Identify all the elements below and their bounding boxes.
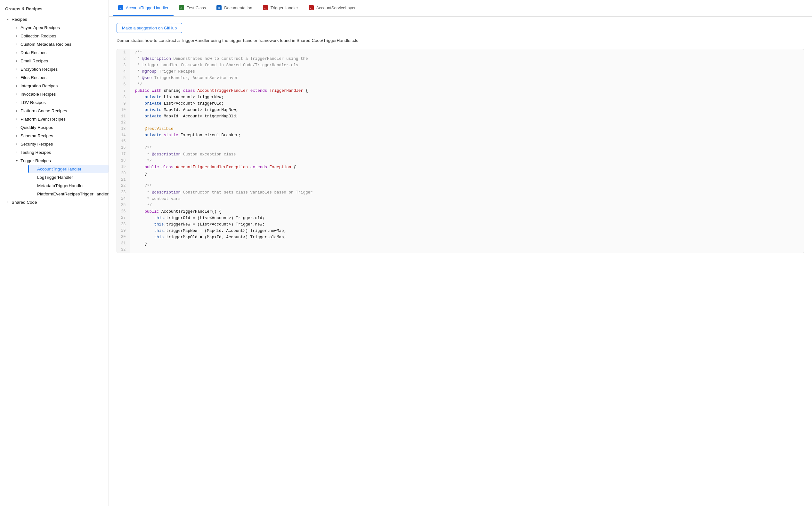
sidebar-item-shared-code[interactable]: Shared Code [0,198,109,206]
table-row: 16 /** [117,145,804,151]
table-row: 25 */ [117,202,804,208]
chevron-shared-code-icon [5,199,10,205]
sidebar-label-recipes: Recipes [11,17,27,22]
sidebar-item-async-apex[interactable]: Async Apex Recipes [11,23,109,32]
table-row: 14 private static Exception circuitBreak… [117,132,804,139]
chevron-invocable-icon [14,91,19,97]
svg-text:>_: >_ [264,7,267,10]
sidebar-item-encryption[interactable]: Encryption Recipes [11,65,109,73]
chevron-custom-metadata-icon [14,41,19,47]
table-row: 23 * @description Constructor that sets … [117,189,804,196]
chevron-testing-icon [14,150,19,155]
sidebar-item-account-trigger-handler[interactable]: AccountTriggerHandler [28,165,109,173]
table-row: 32 [117,247,804,253]
trigger-handler-icon: >_ [263,5,268,11]
tab-documentation[interactable]: ≡ Documentation [211,0,257,16]
tab-documentation-label: Documentation [224,5,252,10]
sidebar-trigger-children: AccountTriggerHandler LogTriggerHandler … [11,165,109,198]
table-row: 31 } [117,241,804,247]
apex-icon: >_ [118,5,124,11]
sidebar-item-custom-metadata[interactable]: Custom Metadata Recipes [11,40,109,48]
sidebar-item-testing[interactable]: Testing Recipes [11,148,109,156]
tab-bar: >_ AccountTriggerHandler ✓ Test Class ≡ … [109,0,812,17]
svg-text:>_: >_ [119,7,123,10]
table-row: 4 * @group Trigger Recipes [117,69,804,75]
sidebar-item-trigger[interactable]: Trigger Recipes [11,156,109,165]
sidebar-item-platform-cache[interactable]: Platform Cache Recipes [11,106,109,115]
code-container: 1/** 2 * @description Demonstrates how t… [117,49,804,253]
sidebar-item-ldv[interactable]: LDV Recipes [11,98,109,106]
sidebar-item-quiddity[interactable]: Quiddity Recipes [11,123,109,132]
chevron-security-icon [14,141,19,147]
table-row: 24 * context vars [117,196,804,202]
table-row: 30 this.triggerMapOld = (Map<Id, Account… [117,234,804,241]
table-row: 27 this.triggerOld = (List<Account>) Tri… [117,215,804,221]
code-table: 1/** 2 * @description Demonstrates how t… [117,49,804,253]
tab-test-class-label: Test Class [187,5,206,10]
table-row: 28 this.triggerNew = (List<Account>) Tri… [117,221,804,228]
table-row: 8 private List<Account> triggerNew; [117,94,804,100]
table-row: 5 * @see TriggerHandler, AccountServiceL… [117,75,804,81]
table-row: 15 [117,139,804,145]
sidebar-item-platform-event[interactable]: Platform Event Recipes [11,115,109,123]
chevron-platform-event-icon [14,116,19,121]
table-row: 26 public AccountTriggerHandler() { [117,208,804,215]
table-row: 21 [117,177,804,183]
check-icon: ✓ [179,5,185,11]
table-row: 12 [117,119,804,126]
chevron-quiddity-icon [14,125,19,130]
table-row: 2 * @description Demonstrates how to con… [117,56,804,62]
table-row: 6 */ [117,81,804,88]
table-row: 7public with sharing class AccountTrigge… [117,88,804,94]
sidebar-item-platform-event-trigger-handler[interactable]: PlatformEventRecipesTriggerHandler [28,190,109,198]
table-row: 20 } [117,170,804,177]
sidebar-item-data[interactable]: Data Recipes [11,48,109,57]
table-row: 10 private Map<Id, Account> triggerMapNe… [117,107,804,113]
chevron-schema-icon [14,133,19,138]
table-row: 18 */ [117,158,804,164]
sidebar-item-recipes[interactable]: Recipes [0,15,109,23]
table-row: 1/** [117,49,804,56]
sidebar-item-security[interactable]: Security Recipes [11,140,109,148]
chevron-platform-cache-icon [14,108,19,113]
account-service-layer-icon: >_ [308,5,314,11]
sidebar-item-metadata-trigger-handler[interactable]: MetadataTriggerHandler [28,181,109,190]
tab-account-service-layer[interactable]: >_ AccountServiceLayer [303,0,361,16]
sidebar: Groups & Recipes Recipes Async Apex Reci… [0,0,109,506]
chevron-data-icon [14,50,19,55]
main-panel: >_ AccountTriggerHandler ✓ Test Class ≡ … [109,0,812,506]
chevron-integration-icon [14,83,19,88]
content-description: Demonstrates how to construct a TriggerH… [117,37,804,44]
sidebar-item-collection[interactable]: Collection Recipes [11,32,109,40]
tab-account-trigger-handler-label: AccountTriggerHandler [126,5,168,10]
chevron-encryption-icon [14,67,19,72]
svg-text:✓: ✓ [180,6,183,10]
sidebar-item-schema[interactable]: Schema Recipes [11,132,109,140]
table-row: 29 this.triggerMapNew = (Map<Id, Account… [117,228,804,234]
tab-trigger-handler[interactable]: >_ TriggerHandler [257,0,303,16]
table-row: 19 public class AccountTriggerHandlerExc… [117,164,804,170]
table-row: 17 * @description Custom exception class [117,151,804,158]
tab-test-class[interactable]: ✓ Test Class [174,0,211,16]
table-row: 22 /** [117,183,804,189]
sidebar-item-integration[interactable]: Integration Recipes [11,82,109,90]
tab-account-service-layer-label: AccountServiceLayer [316,5,356,10]
chevron-collection-icon [14,33,19,38]
chevron-recipes-icon [5,17,10,22]
sidebar-item-log-trigger-handler[interactable]: LogTriggerHandler [28,173,109,181]
svg-text:>_: >_ [309,7,313,10]
svg-text:≡: ≡ [218,6,220,10]
github-button[interactable]: Make a suggestion on GitHub [117,23,182,33]
sidebar-header: Groups & Recipes [0,4,109,15]
table-row: 3 * trigger handler framework found in S… [117,62,804,69]
table-row: 9 private List<Account> triggerOld; [117,100,804,107]
tab-trigger-handler-label: TriggerHandler [271,5,298,10]
tab-account-trigger-handler[interactable]: >_ AccountTriggerHandler [113,0,174,16]
sidebar-item-invocable[interactable]: Invocable Recipes [11,90,109,98]
sidebar-item-email[interactable]: Email Recipes [11,57,109,65]
table-row: 11 private Map<Id, Account> triggerMapOl… [117,113,804,119]
sidebar-recipes-children: Async Apex Recipes Collection Recipes Cu… [0,23,109,198]
chevron-email-icon [14,58,19,63]
sidebar-item-files[interactable]: Files Recipes [11,73,109,82]
chevron-async-icon [14,25,19,30]
